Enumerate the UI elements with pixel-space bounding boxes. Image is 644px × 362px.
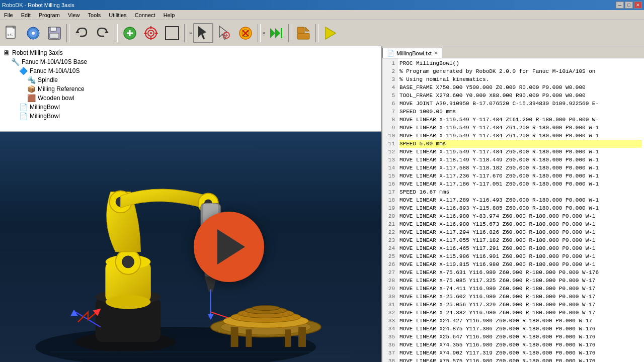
toolbar-expand-1[interactable]: » bbox=[189, 30, 192, 36]
menu-connect[interactable]: Connect bbox=[131, 11, 159, 19]
line-number-26: 26 bbox=[382, 260, 397, 268]
record-button[interactable] bbox=[320, 23, 341, 43]
add-button[interactable] bbox=[120, 23, 140, 43]
line-number-33: 33 bbox=[382, 317, 397, 325]
toolbar-expand-2[interactable]: » bbox=[263, 30, 266, 36]
minimize-button[interactable]: ─ bbox=[616, 2, 624, 9]
code-line-38[interactable]: MOVE LINEAR X75.575 Y116.980 Z60.000 R-1… bbox=[399, 357, 642, 362]
code-line-29[interactable]: MOVE LINEAR X-74.411 Y116.980 Z60.000 R-… bbox=[399, 285, 642, 293]
target-button[interactable] bbox=[141, 23, 161, 43]
tree-item-spindle[interactable]: 🔩Spindle bbox=[26, 75, 379, 84]
code-line-32[interactable]: MOVE LINEAR X-24.382 Y116.980 Z60.000 R-… bbox=[399, 309, 642, 317]
editor-tab-millingbowl[interactable]: 📄 MillingBowl.txt ✕ bbox=[382, 48, 442, 58]
play-button[interactable] bbox=[194, 212, 264, 282]
code-line-37[interactable]: MOVE LINEAR X74.902 Y117.319 Z60.000 R-1… bbox=[399, 349, 642, 357]
tree-item-milling-bowl-2[interactable]: 📄MillingBowl bbox=[18, 112, 379, 121]
code-line-30[interactable]: MOVE LINEAR X-25.602 Y116.980 Z60.000 R-… bbox=[399, 293, 642, 301]
code-line-1[interactable]: PROC MillingBowl() bbox=[399, 59, 642, 67]
code-line-14[interactable]: MOVE LINEAR X-117.588 Y-118.182 Z60.000 … bbox=[399, 164, 642, 172]
new-button[interactable]: LS bbox=[2, 23, 22, 43]
code-line-36[interactable]: MOVE LINEAR X74.355 Y116.980 Z60.000 R-1… bbox=[399, 341, 642, 349]
menu-file[interactable]: File bbox=[0, 11, 17, 19]
move-button[interactable] bbox=[214, 23, 234, 43]
tree-label-fanuc-10s: Fanuc M-10iA/10S bbox=[30, 67, 79, 74]
code-line-26[interactable]: MOVE LINEAR X-110.815 Y116.980 Z60.000 R… bbox=[399, 260, 642, 268]
line-number-4: 4 bbox=[382, 83, 397, 92]
select-button[interactable] bbox=[193, 23, 213, 43]
tree-item-milling-bowl-1[interactable]: 📄MillingBowl bbox=[18, 103, 379, 112]
code-line-19[interactable]: MOVE LINEAR X-116.893 Y-115.885 Z60.000 … bbox=[399, 204, 642, 212]
code-line-15[interactable]: MOVE LINEAR X-117.236 Y-117.670 Z60.000 … bbox=[399, 172, 642, 180]
tree-label-milling-reference: Milling Reference bbox=[38, 85, 85, 93]
code-line-24[interactable]: MOVE LINEAR X-116.465 Y117.291 Z60.000 R… bbox=[399, 244, 642, 252]
svg-marker-11 bbox=[105, 30, 109, 33]
close-button[interactable]: ✕ bbox=[634, 2, 642, 9]
line-number-29: 29 bbox=[382, 285, 397, 293]
tree-icon-wooden-bowl: 🟫 bbox=[27, 94, 36, 102]
code-line-2[interactable]: % Program generated by RoboDK 2.0.0 for … bbox=[399, 67, 642, 75]
code-line-16[interactable]: MOVE LINEAR X-117.186 Y-117.051 Z60.000 … bbox=[399, 180, 642, 188]
tab-close-button[interactable]: ✕ bbox=[434, 50, 438, 56]
code-line-20[interactable]: MOVE LINEAR X-116.980 Y-83.974 Z60.000 R… bbox=[399, 212, 642, 220]
tree-label-spindle: Spindle bbox=[38, 76, 58, 83]
hazard-button[interactable] bbox=[235, 23, 256, 43]
code-line-5[interactable]: TOOL_FRAME X278.600 Y0.000 X88.000 R90.0… bbox=[399, 92, 642, 100]
code-line-18[interactable]: MOVE LINEAR X-117.289 Y-116.493 Z60.000 … bbox=[399, 196, 642, 204]
svg-marker-32 bbox=[270, 28, 275, 38]
code-line-3[interactable]: % Using nominal kinematics. bbox=[399, 75, 642, 83]
export-button[interactable] bbox=[293, 23, 313, 43]
code-editor[interactable]: 1234567891011121314151617181920212223242… bbox=[382, 58, 644, 362]
menu-view[interactable]: View bbox=[64, 11, 84, 19]
fast-forward-button[interactable] bbox=[266, 23, 286, 43]
code-line-17[interactable]: SPEED 16.67 mms bbox=[399, 188, 642, 196]
tree-item-fanuc-10s[interactable]: 🔷Fanuc M-10iA/10S bbox=[18, 66, 379, 75]
code-line-25[interactable]: MOVE LINEAR X-115.986 Y116.901 Z60.000 R… bbox=[399, 252, 642, 260]
code-line-7[interactable]: SPEED 1000.00 mms bbox=[399, 108, 642, 116]
svg-marker-33 bbox=[275, 28, 280, 38]
tree-item-wooden-bowl[interactable]: 🟫Wooden bowl bbox=[26, 94, 379, 103]
line-number-31: 31 bbox=[382, 301, 397, 309]
open-button[interactable] bbox=[23, 23, 43, 43]
line-number-22: 22 bbox=[382, 228, 397, 236]
tree-item-milling-reference[interactable]: 📦Milling Reference bbox=[26, 84, 379, 94]
code-line-34[interactable]: MOVE LINEAR X24.875 Y117.306 Z60.000 R-1… bbox=[399, 325, 642, 333]
menu-help[interactable]: Help bbox=[159, 11, 179, 19]
svg-rect-8 bbox=[50, 27, 56, 31]
code-line-23[interactable]: MOVE LINEAR X-117.055 Y117.182 Z60.000 R… bbox=[399, 236, 642, 244]
tree-item-robot-milling[interactable]: 🖥Robot Milling 3axis bbox=[2, 48, 379, 57]
code-line-4[interactable]: BASE_FRAME X750.000 Y500.000 Z0.000 R0.0… bbox=[399, 83, 642, 92]
menu-edit[interactable]: Edit bbox=[17, 11, 35, 19]
menu-program[interactable]: Program bbox=[35, 11, 64, 19]
code-line-13[interactable]: MOVE LINEAR X-118.149 Y-118.449 Z60.000 … bbox=[399, 156, 642, 164]
line-number-7: 7 bbox=[382, 108, 397, 116]
code-line-6[interactable]: MOVE JOINT A39.910950 B-17.076520 C-15.3… bbox=[399, 100, 642, 108]
line-number-12: 12 bbox=[382, 148, 397, 156]
undo-button[interactable] bbox=[71, 23, 92, 43]
save-button[interactable] bbox=[44, 23, 64, 43]
menu-tools[interactable]: Tools bbox=[84, 11, 105, 19]
code-line-35[interactable]: MOVE LINEAR X25.647 Y116.980 Z60.000 R-1… bbox=[399, 333, 642, 341]
viewport-3d[interactable] bbox=[0, 132, 381, 362]
line-number-18: 18 bbox=[382, 196, 397, 204]
fit-button[interactable] bbox=[162, 23, 182, 43]
menu-utilities[interactable]: Utilities bbox=[105, 11, 130, 19]
code-line-22[interactable]: MOVE LINEAR X-117.294 Y116.826 Z60.000 R… bbox=[399, 228, 642, 236]
code-line-12[interactable]: MOVE LINEAR X-119.549 Y-117.484 Z60.000 … bbox=[399, 148, 642, 156]
code-line-8[interactable]: MOVE LINEAR X-119.549 Y-117.484 Z161.200… bbox=[399, 116, 642, 124]
code-line-11[interactable]: SPEED 5.00 mms bbox=[399, 140, 642, 148]
code-line-31[interactable]: MOVE LINEAR X-25.056 Y117.329 Z60.000 R-… bbox=[399, 301, 642, 309]
redo-button[interactable] bbox=[93, 23, 113, 43]
line-number-2: 2 bbox=[382, 67, 397, 75]
code-line-27[interactable]: MOVE LINEAR X-75.631 Y116.980 Z60.000 R-… bbox=[399, 268, 642, 277]
code-line-28[interactable]: MOVE LINEAR X-75.085 Y117.325 Z60.000 R-… bbox=[399, 277, 642, 285]
line-number-17: 17 bbox=[382, 188, 397, 196]
code-line-9[interactable]: MOVE LINEAR X-119.549 Y-117.484 Z61.200 … bbox=[399, 124, 642, 132]
code-line-21[interactable]: MOVE LINEAR X-116.980 Y115.673 Z60.000 R… bbox=[399, 220, 642, 228]
code-line-33[interactable]: MOVE LINEAR X24.427 Y116.980 Z60.000 R-1… bbox=[399, 317, 642, 325]
line-number-10: 10 bbox=[382, 132, 397, 140]
svg-point-45 bbox=[106, 295, 151, 309]
tree-item-fanuc-base[interactable]: 🔧Fanuc M-10iA/10S Base bbox=[10, 57, 379, 66]
svg-rect-69 bbox=[231, 327, 238, 347]
maximize-button[interactable]: □ bbox=[625, 2, 633, 9]
code-line-10[interactable]: MOVE LINEAR X-119.549 Y-117.484 Z61.200 … bbox=[399, 132, 642, 140]
